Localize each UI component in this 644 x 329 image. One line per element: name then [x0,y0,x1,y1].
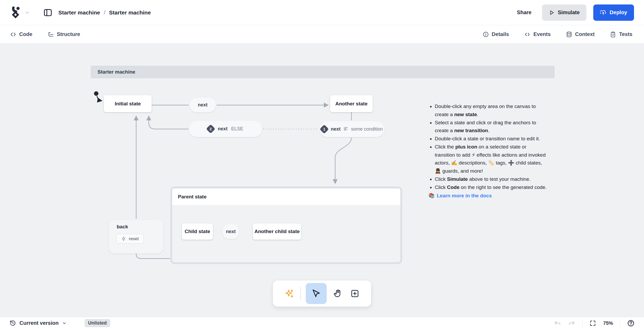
state-label: Another state [335,101,367,107]
tip-item: Click Code on the right to see the gener… [435,183,547,192]
initial-state-marker [94,91,101,101]
redo-icon [568,320,575,327]
state-label: Child state [185,229,210,234]
guard-condition: some condition [351,126,383,132]
guard-keyword: IF [344,126,348,132]
machine-title: Starter machine [98,69,135,75]
hand-icon [333,289,343,298]
breadcrumb-machine[interactable]: Starter machine [109,9,151,16]
stately-logo-menu[interactable] [10,7,30,19]
state-label: Another child state [254,229,300,234]
cursor-icon [311,289,321,298]
tab-structure[interactable]: Structure [48,31,80,38]
clipboard-check-icon [610,31,616,38]
machine-canvas[interactable]: Starter machine Initial state next Anoth… [0,44,644,317]
toggle-sidebar-button[interactable] [43,8,53,17]
select-tool[interactable] [306,283,327,304]
statusbar-divider [620,319,621,327]
cloud-upload-icon [600,9,606,16]
code-icon [10,31,16,38]
ai-sparkles-tool[interactable] [283,287,295,300]
tip-item: Double-click any empty area on the canva… [435,102,547,119]
transition-next-if[interactable]: 1 next IF some condition [319,121,385,137]
state-parent-state[interactable]: Parent state Child state next Another ch… [170,187,402,264]
chevron-down-icon [62,321,67,326]
breadcrumb-project[interactable]: Starter machine [58,9,100,16]
zoom-level[interactable]: 75% [603,320,613,326]
docs-link[interactable]: Learn more in the docs [437,192,492,200]
transition-label: next [226,229,236,234]
play-icon [549,10,555,16]
tip-item: Double-click a state or transition name … [435,135,547,143]
books-emoji-icon: 📚 [428,192,435,200]
action-reset[interactable]: reset [116,234,144,244]
transition-event: next [218,126,227,132]
transition-order-badge: 2 [206,124,215,133]
breadcrumb: Starter machine / Starter machine [58,9,151,16]
transition-label: next [198,102,207,108]
transition-order-badge: 1 [320,124,329,133]
tab-tests[interactable]: Tests [610,31,632,38]
transition-event: next [331,126,340,132]
add-state-tool[interactable] [349,287,361,300]
fit-view-button[interactable] [589,320,596,327]
parent-state-header[interactable]: Parent state [172,188,400,205]
toolbar-divider [300,286,301,301]
fit-view-icon [589,320,596,327]
breadcrumb-separator: / [104,9,105,16]
deploy-button[interactable]: Deploy [593,4,634,21]
redo-button[interactable] [568,320,575,327]
code-icon [524,31,530,38]
state-child-state[interactable]: Child state [182,223,213,240]
machine-title-bar[interactable]: Starter machine [91,66,555,78]
state-another-state[interactable]: Another state [330,95,373,112]
share-button[interactable]: Share [513,7,535,18]
tip-item: Click the plus icon on a selected state … [435,143,547,175]
tip-item: Click Simulate above to test your machin… [435,175,547,183]
transition-child-next[interactable]: next [222,224,239,239]
zap-icon [121,236,126,241]
version-label: Current version [19,320,59,326]
state-label: Parent state [178,194,207,200]
state-label: Initial state [115,101,141,107]
pan-tool[interactable] [332,287,344,300]
transition-guard: ELSE [231,126,243,132]
canvas-tips-list: Double-click any empty area on the canva… [428,102,547,191]
version-switcher[interactable]: Current version [9,320,67,326]
view-menu-bar: Code Structure Details Events [0,25,644,44]
sparkles-icon [284,289,294,299]
list-tree-icon [48,31,54,38]
plus-square-icon [350,289,360,298]
transition-next[interactable]: next [189,97,216,112]
canvas-tips: Double-click any empty area on the canva… [428,102,547,200]
transition-event: back [117,224,159,230]
history-icon [9,320,16,326]
transition-edges [0,44,644,317]
statusbar-divider [582,319,583,327]
stately-logo-icon [10,7,22,19]
tip-item: Select a state and click or drag the anc… [435,119,547,135]
tab-context[interactable]: Context [566,31,595,38]
tab-details[interactable]: Details [483,31,509,38]
database-icon [566,31,572,38]
undo-button[interactable] [554,320,561,327]
visibility-badge: Unlisted [85,319,110,327]
chevron-down-icon [25,10,30,15]
tab-code[interactable]: Code [10,31,32,38]
transition-next-else[interactable]: 2 next ELSE [188,120,262,137]
help-circle-icon [627,320,635,327]
transition-back[interactable]: back reset [108,219,164,254]
help-button[interactable] [627,320,635,327]
status-bar: Current version Unlisted 75% [0,317,644,329]
info-icon [483,31,489,38]
undo-icon [554,320,561,327]
state-initial-state[interactable]: Initial state [104,95,152,112]
top-bar: Starter machine / Starter machine Share … [0,0,644,25]
tab-events[interactable]: Events [524,31,551,38]
panel-left-icon [43,8,53,17]
state-another-child-state[interactable]: Another child state [253,223,301,240]
canvas-tool-palette [273,280,371,307]
simulate-button[interactable]: Simulate [542,4,586,21]
